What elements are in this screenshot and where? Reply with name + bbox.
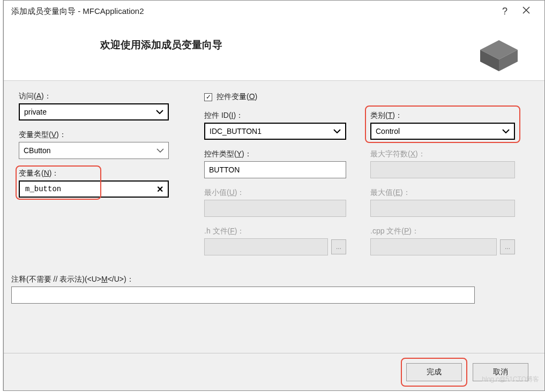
category-label: 类别(T)：: [370, 111, 515, 120]
controltype-label: 控件类型(Y)：: [204, 149, 346, 159]
close-button[interactable]: [516, 6, 537, 16]
window-title: 添加成员变量向导 - MFCApplication2: [11, 6, 494, 17]
banner-heading: 欢迎使用添加成员变量向导: [100, 38, 222, 52]
minval-input: [204, 200, 346, 217]
vartype-label: 变量类型(V)：: [19, 130, 169, 140]
cppfile-input: [370, 238, 497, 255]
titlebar: 添加成员变量向导 - MFCApplication2 ?: [4, 1, 544, 22]
clear-icon[interactable]: ✕: [156, 184, 163, 194]
controlid-combo[interactable]: IDC_BUTTON1: [204, 123, 346, 140]
watermark: blog.c@51CTO博客: [482, 375, 539, 384]
comment-area: 注释(不需要 // 表示法)(<U>M</U>)：: [11, 275, 537, 304]
category-value: Control: [376, 127, 400, 135]
help-button[interactable]: ?: [494, 6, 516, 17]
maxval-input: [370, 200, 515, 217]
access-label: 访问(A)：: [19, 92, 169, 101]
hfile-browse-button: ...: [331, 239, 346, 254]
maxchars-label: 最大字符数(X)：: [370, 149, 515, 159]
wizard-cube-icon: [475, 34, 523, 74]
comment-input[interactable]: [11, 287, 475, 304]
controlvar-checkbox-row[interactable]: ✓ 控件变量(O): [204, 92, 346, 102]
controlid-value: IDC_BUTTON1: [210, 127, 262, 135]
maxval-label: 最大值(E)：: [370, 188, 515, 198]
varname-label: 变量名(N)：: [19, 169, 169, 178]
footer: 完成 取消: [4, 353, 544, 390]
maxchars-input: [370, 161, 515, 178]
access-combo[interactable]: private: [19, 103, 169, 120]
vartype-combo[interactable]: CButton: [19, 142, 169, 159]
form-area: 访问(A)： private 变量类型(V)： CButton 变量名(N)： …: [11, 92, 537, 348]
vartype-value: CButton: [24, 146, 51, 155]
cppfile-browse-button: ...: [500, 239, 515, 254]
chevron-down-icon: [502, 129, 510, 133]
varname-field[interactable]: [24, 184, 154, 194]
controlvar-checkbox[interactable]: ✓: [204, 93, 212, 101]
comment-label: 注释(不需要 // 表示法)(<U>M</U>)：: [11, 275, 537, 284]
hfile-input: [204, 238, 328, 255]
controlvar-label: 控件变量(O): [216, 92, 257, 102]
finish-button[interactable]: 完成: [406, 363, 462, 381]
controlid-label: 控件 ID(I)：: [204, 111, 346, 120]
banner: 欢迎使用添加成员变量向导: [4, 22, 544, 81]
category-combo[interactable]: Control: [370, 123, 515, 140]
minval-label: 最小值(U)：: [204, 188, 346, 198]
controltype-value: BUTTON: [209, 165, 240, 174]
check-icon: ✓: [206, 94, 211, 100]
controltype-input[interactable]: BUTTON: [204, 161, 346, 178]
chevron-down-icon: [156, 110, 163, 114]
varname-input[interactable]: ✕: [19, 180, 169, 198]
chevron-down-icon: [333, 129, 341, 133]
access-value: private: [24, 108, 47, 116]
hfile-label: .h 文件(F)：: [204, 227, 346, 236]
cppfile-label: .cpp 文件(P)：: [370, 227, 515, 236]
chevron-down-icon: [156, 148, 164, 153]
